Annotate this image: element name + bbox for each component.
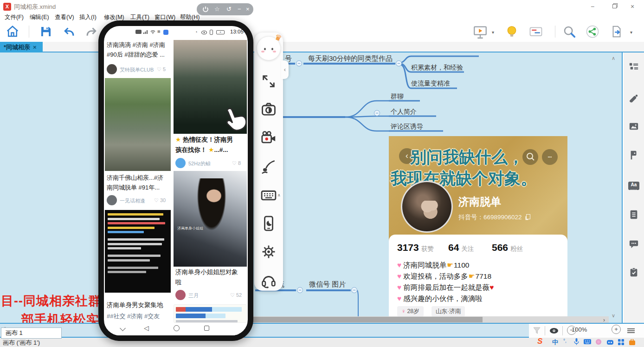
filter-icon[interactable]: [533, 327, 541, 335]
collapse-icon[interactable]: −: [351, 287, 357, 293]
rotate-icon[interactable]: ↺: [226, 5, 232, 13]
feed-likes[interactable]: ♡ 8: [232, 160, 241, 166]
collapse-icon[interactable]: −: [374, 110, 380, 116]
pill-close-icon[interactable]: ×: [246, 5, 250, 13]
screen-off-icon[interactable]: [261, 216, 277, 231]
feed-username[interactable]: 52Hz的鲸: [188, 160, 211, 167]
format-brush-icon[interactable]: [629, 93, 639, 104]
nav-back-icon[interactable]: ◁: [144, 324, 149, 332]
visibility-icon[interactable]: [549, 327, 559, 335]
toolbox-icon[interactable]: [629, 339, 635, 345]
feed-caption[interactable]: 孩在找你！ ★...#...: [175, 146, 228, 154]
feed-caption[interactable]: 啦: [175, 278, 182, 287]
horizontal-scrollbar[interactable]: [253, 316, 609, 323]
feed-avatar[interactable]: [107, 195, 117, 205]
power-icon[interactable]: [202, 6, 209, 13]
favorite-icon[interactable]: ☆: [214, 5, 220, 13]
feed-hashtags[interactable]: ##社交 #济南 #交友: [107, 312, 160, 321]
node-material[interactable]: 积累素材，和经验: [411, 64, 463, 72]
feed-video-thumb-park[interactable]: [105, 78, 171, 171]
settings-gear-icon[interactable]: [261, 244, 277, 260]
tab-document[interactable]: *同城相亲×: [0, 42, 43, 52]
brush-icon[interactable]: [261, 159, 277, 175]
collapse-icon[interactable]: −: [396, 60, 402, 66]
task-icon[interactable]: [629, 267, 639, 277]
export-caret-icon[interactable]: ▾: [630, 30, 632, 35]
node-comment-lure[interactable]: 评论区诱导: [391, 123, 423, 131]
minimize-button[interactable]: −: [586, 2, 599, 11]
feed-avatar[interactable]: [175, 290, 186, 300]
outline-icon[interactable]: [629, 62, 639, 72]
zoom-menu-icon[interactable]: [627, 328, 635, 333]
headset-icon[interactable]: [261, 273, 277, 288]
feed-banner-card[interactable]: [174, 304, 247, 323]
feed-title[interactable]: 济南单身男女聚集地: [107, 301, 163, 309]
lightbulb-icon[interactable]: [505, 25, 519, 39]
hscroll-right-icon[interactable]: ›: [603, 317, 605, 323]
menu-file[interactable]: 文件(F): [5, 13, 24, 21]
nav-hide-icon[interactable]: [120, 325, 126, 331]
mascot-avatar[interactable]: ♛: [257, 36, 281, 60]
image-icon[interactable]: [629, 121, 639, 131]
keyboard-input-icon[interactable]: [261, 187, 277, 203]
save-icon[interactable]: [39, 25, 53, 39]
fullscreen-icon[interactable]: [261, 73, 277, 89]
feed-caption[interactable]: ★ 热情征友！济南男: [175, 136, 233, 144]
node-daily-browse[interactable]: 每天刷30分钟的同类型作品: [308, 54, 393, 63]
feed-title[interactable]: #90后 #甜甜的恋爱 ...: [107, 51, 165, 59]
mic-icon[interactable]: [573, 338, 580, 345]
undo-icon[interactable]: [62, 25, 76, 39]
home-icon[interactable]: [6, 25, 19, 39]
feed-username[interactable]: 三月: [188, 292, 199, 299]
feed-video-thumb-car[interactable]: 济南单身小姐姐: [174, 171, 247, 267]
keyboard-icon[interactable]: [584, 339, 591, 344]
restore-button[interactable]: [612, 4, 617, 8]
collapse-icon[interactable]: −: [296, 60, 302, 66]
zoom-in-button[interactable]: +: [612, 325, 621, 334]
screenshot-camera-icon[interactable]: [261, 101, 277, 117]
node-precise-traffic[interactable]: 使流量变精准: [411, 79, 450, 88]
ime-punct-icon[interactable]: °,: [563, 338, 567, 343]
douyin-profile-image-node[interactable]: ‹ ••• 别问我缺什么， 我现在就缺个对象。 济南脱单 抖音号：6698990…: [389, 136, 567, 323]
feed-avatar[interactable]: [175, 158, 186, 168]
vscroll-up-icon[interactable]: ∧: [612, 55, 615, 61]
node-personal-intro[interactable]: 个人简介: [391, 108, 417, 116]
sogou-icon[interactable]: S: [537, 337, 542, 346]
sheet-tab[interactable]: 画布 1: [1, 327, 62, 339]
presentation-icon[interactable]: [472, 24, 488, 40]
node-wechat-image[interactable]: 微信号 图片: [309, 280, 346, 289]
feed-likes[interactable]: ♡ 30: [154, 197, 166, 203]
comment-icon[interactable]: [629, 239, 639, 249]
ime-chinese-icon[interactable]: 中: [552, 338, 558, 347]
menu-edit[interactable]: 编辑(E): [30, 13, 49, 21]
menu-insert[interactable]: 插入(I): [79, 13, 97, 21]
screen-record-icon[interactable]: [261, 130, 277, 146]
feed-username[interactable]: 艾特脱单CLUB: [120, 66, 154, 73]
panel-collapse-handle[interactable]: ‹: [281, 60, 289, 79]
feed-likes[interactable]: ♡ 5: [157, 66, 166, 72]
scrollbar-thumb[interactable]: [253, 317, 483, 322]
vscroll-down-icon[interactable]: ∨: [612, 313, 615, 319]
grid-icon[interactable]: [618, 339, 624, 345]
presentation-caret-icon[interactable]: ▾: [492, 30, 494, 35]
feed-title[interactable]: 南同城脱单 #91年...: [107, 183, 160, 192]
nav-home-icon[interactable]: [174, 325, 180, 331]
mindmap-canvas[interactable]: 号 每天刷30分钟的同类型作品 积累素材，和经验 使流量变精准 群聊 个人简介 …: [0, 52, 623, 323]
feed-likes[interactable]: ♡ 52: [230, 292, 242, 298]
feed-title[interactable]: 济南滴滴 #济南 #济南: [107, 41, 165, 49]
search-icon[interactable]: [562, 25, 576, 39]
close-button[interactable]: ×: [625, 2, 639, 11]
notes-icon[interactable]: [629, 210, 639, 220]
feed-title[interactable]: 济南千佛山相亲...#济: [107, 174, 163, 182]
label-sticker-icon[interactable]: Aa.....: [628, 182, 639, 190]
emoji-icon[interactable]: [596, 339, 601, 345]
keyboard-expand-icon[interactable]: ∧: [277, 193, 281, 197]
flag-icon[interactable]: [629, 150, 639, 160]
feed-avatar[interactable]: [107, 64, 117, 74]
node-group-chat[interactable]: 群聊: [391, 92, 404, 101]
export-icon[interactable]: [610, 25, 624, 39]
menu-view[interactable]: 查看(V): [55, 13, 74, 21]
phone-screen[interactable]: ▦ ◔ + 13:05 济南滴滴 #济南 #济南 #90后 #甜甜的恋爱 ...…: [104, 26, 248, 335]
nav-recents-icon[interactable]: [204, 326, 209, 331]
robot-icon[interactable]: [607, 339, 613, 345]
